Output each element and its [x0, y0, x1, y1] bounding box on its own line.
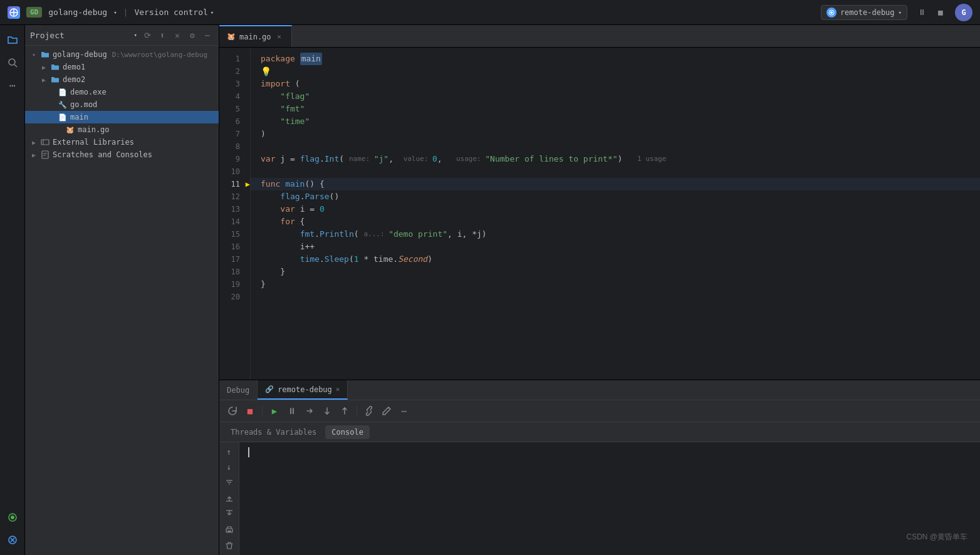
avatar[interactable]: G: [955, 4, 972, 21]
code-kw-import: import: [261, 78, 290, 90]
code-num-0: 0: [432, 153, 437, 165]
debug-step-out-btn[interactable]: [336, 403, 353, 419]
console-up-icon[interactable]: ↑: [222, 445, 237, 459]
debug-step-over-btn[interactable]: [301, 403, 318, 419]
bottom-tab-debug[interactable]: Debug: [219, 380, 258, 400]
toolbar-stop-icon[interactable]: ■: [932, 4, 949, 21]
tree-label-main: main: [70, 113, 88, 122]
bottom-tab-debug-label: Debug: [227, 386, 249, 395]
tree-path-root: D:\wwwroot\golang-debug: [112, 51, 207, 59]
bottom-tab-close-icon[interactable]: ✕: [336, 385, 340, 393]
debug-step-into-btn[interactable]: [319, 403, 335, 419]
line-num-8: 8: [219, 140, 245, 153]
debug-edit-btn[interactable]: [378, 403, 395, 419]
console-collapse-icon[interactable]: [222, 491, 237, 506]
version-control-label[interactable]: Version control ▾: [134, 8, 214, 17]
svg-point-5: [9, 59, 15, 65]
project-tree: ▾ golang-debug D:\wwwroot\golang-debug ▶…: [25, 46, 219, 555]
demo1-arrow-icon: ▶: [40, 63, 48, 71]
sidebar-item-debug[interactable]: [3, 507, 23, 527]
bottom-panel: Debug 🔗 remote-debug ✕ ■ ▶ ⏸: [219, 380, 980, 555]
sidebar-item-debug2[interactable]: [3, 530, 23, 550]
debug-resume-btn[interactable]: ▶: [266, 403, 283, 419]
sidebar-item-search[interactable]: [3, 53, 23, 73]
svg-rect-10: [41, 140, 49, 145]
project-name[interactable]: golang-debug: [48, 8, 107, 17]
remote-icon: [826, 8, 837, 18]
tab-main-go-label: main.go: [239, 33, 271, 41]
main-layout: ⋯ Project ▾ ⟳ ⬆ ✕ ⚙ ⋯ ▾: [0, 25, 980, 555]
project-header-more-icon[interactable]: ⋯: [201, 29, 214, 41]
tree-label-ext-libs: External Libraries: [53, 138, 134, 147]
debug-link-btn[interactable]: [361, 403, 377, 419]
console-area: ↑ ↓: [219, 442, 980, 555]
line-numbers: 1 2 3 4 5 6 7 8 9 10 11 ▶ 12 13 14: [219, 48, 251, 380]
tree-item-ext-libs[interactable]: ▶ External Libraries: [25, 136, 219, 148]
tree-item-root[interactable]: ▾ golang-debug D:\wwwroot\golang-debug: [25, 48, 219, 61]
console-content[interactable]: [239, 442, 980, 555]
code-line-2: 💡: [251, 65, 980, 78]
scratches-icon: [40, 150, 50, 160]
console-print-icon[interactable]: [222, 523, 237, 537]
remote-debug-badge[interactable]: remote-debug ▾: [821, 5, 907, 20]
console-expand-icon[interactable]: [222, 506, 237, 521]
tree-label-scratches: Scratches and Consoles: [53, 150, 152, 159]
code-line-16: i ++: [251, 241, 980, 253]
console-filter-icon[interactable]: [222, 475, 237, 490]
code-str-time: "time": [280, 115, 310, 128]
bottom-tab-remote[interactable]: 🔗 remote-debug ✕: [258, 380, 348, 400]
editor-tab-main-go[interactable]: 🐹 main.go ✕: [219, 25, 292, 47]
line-num-15: 15: [219, 228, 245, 241]
panel-tab-threads[interactable]: Threads & Variables: [224, 425, 323, 439]
tree-item-scratches[interactable]: ▶ Scratches and Consoles: [25, 148, 219, 161]
remote-tab-icon: 🔗: [265, 385, 274, 393]
tree-item-demo1[interactable]: ▶ demo1: [25, 61, 219, 73]
code-fn-parse: Parse: [305, 190, 329, 203]
tree-item-main[interactable]: 📄 main: [25, 111, 219, 123]
tree-item-demo2[interactable]: ▶ demo2: [25, 73, 219, 86]
main-icon: 📄: [58, 112, 68, 122]
debug-restart-btn[interactable]: [224, 403, 241, 419]
console-down-icon[interactable]: ↓: [222, 460, 237, 475]
tree-item-demo-exe[interactable]: 📄 demo.exe: [25, 86, 219, 98]
tab-close-icon[interactable]: ✕: [275, 33, 284, 41]
demo-exe-spacer: [48, 88, 55, 96]
toolbar-pause-icon[interactable]: ⏸: [914, 4, 930, 21]
code-inlay-name: name:: [349, 153, 374, 165]
code-keyword-package: package: [261, 53, 300, 65]
panel-tab-console[interactable]: Console: [325, 425, 370, 439]
tab-go-icon: 🐹: [227, 33, 236, 41]
project-header-close-icon[interactable]: ✕: [171, 29, 184, 41]
debug-more-btn[interactable]: ⋯: [396, 403, 412, 419]
code-content[interactable]: package main 💡 import ( "flag": [251, 48, 980, 380]
sidebar-item-folder[interactable]: [3, 30, 23, 50]
console-delete-icon[interactable]: [222, 538, 237, 552]
line-num-13: 13: [219, 203, 245, 215]
code-line-4: "flag": [251, 90, 980, 103]
sidebar-item-more[interactable]: ⋯: [3, 75, 23, 95]
remote-debug-chevron-icon: ▾: [899, 9, 902, 16]
code-line-1: package main: [251, 53, 980, 65]
code-str-demo: "demo print": [388, 228, 447, 241]
line-num-1: 1: [219, 53, 245, 65]
debug-stop-btn[interactable]: ■: [242, 403, 258, 419]
demo2-arrow-icon: ▶: [40, 76, 48, 83]
project-header-up-icon[interactable]: ⬆: [156, 29, 169, 41]
code-str-fmt: "fmt": [280, 103, 305, 115]
main-go-icon: 🐹: [65, 125, 75, 135]
code-var-i2: i: [457, 228, 462, 241]
console-left-icons: ↑ ↓: [219, 442, 239, 555]
code-line-18: }: [251, 266, 980, 278]
project-header-settings-icon[interactable]: ⚙: [186, 29, 199, 41]
code-editor: 1 2 3 4 5 6 7 8 9 10 11 ▶ 12 13 14: [219, 48, 980, 380]
code-line-7: ): [251, 128, 980, 140]
go-mod-icon: 🔧: [58, 100, 68, 110]
line-num-6: 6: [219, 115, 245, 128]
project-header-sync-icon[interactable]: ⟳: [141, 29, 154, 41]
line-num-18: 18: [219, 266, 245, 278]
debug-pause-btn[interactable]: ⏸: [284, 403, 300, 419]
debug-separator: [262, 406, 263, 416]
tree-item-main-go[interactable]: 🐹 main.go: [25, 123, 219, 136]
svg-rect-25: [227, 531, 231, 532]
tree-item-go-mod[interactable]: 🔧 go.mod: [25, 98, 219, 111]
